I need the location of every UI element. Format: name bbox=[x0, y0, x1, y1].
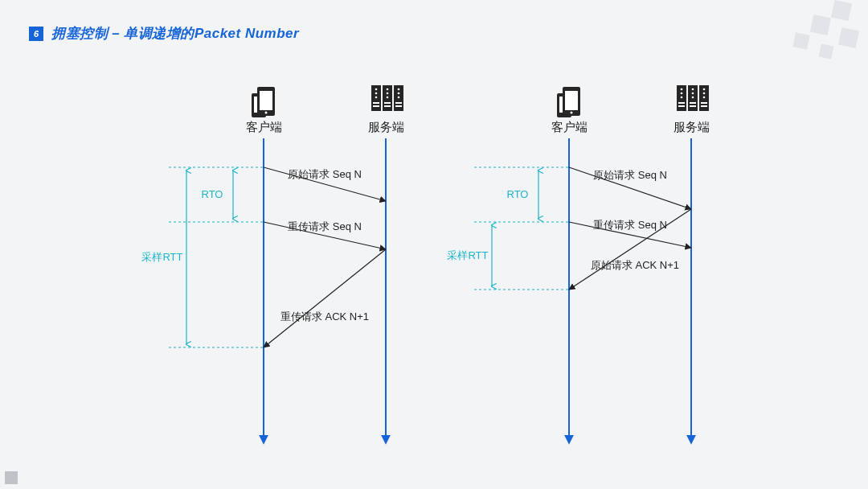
rtt-label: 采样RTT bbox=[141, 251, 182, 263]
left-msg1-label: 原始请求 Seq N bbox=[288, 168, 362, 180]
client-label: 客户端 bbox=[551, 120, 588, 134]
right-msg1-label: 原始请求 Seq N bbox=[593, 169, 667, 181]
diagram-canvas: 客户端 服务端 RTO 采样RTT 原始请求 Seq N 重传请求 Seq N … bbox=[0, 0, 868, 489]
phone-icon bbox=[557, 87, 580, 117]
right-msg2-label: 重传请求 Seq N bbox=[593, 219, 667, 231]
server-label: 服务端 bbox=[674, 120, 710, 134]
server-icon bbox=[677, 85, 709, 111]
server-label: 服务端 bbox=[368, 120, 404, 134]
rto-label: RTO bbox=[507, 188, 529, 200]
phone-icon bbox=[252, 87, 275, 117]
server-icon bbox=[371, 85, 403, 111]
left-msg3-line bbox=[264, 249, 386, 347]
right-diagram: 客户端 服务端 RTO 采样RTT 原始请求 Seq N 重传请求 Seq N … bbox=[447, 85, 709, 441]
left-msg3-label: 重传请求 ACK N+1 bbox=[280, 310, 369, 323]
footer-logo bbox=[5, 471, 18, 484]
left-diagram: 客户端 服务端 RTO 采样RTT 原始请求 Seq N 重传请求 Seq N … bbox=[141, 85, 403, 441]
rtt-label: 采样RTT bbox=[447, 249, 488, 261]
left-msg2-label: 重传请求 Seq N bbox=[288, 220, 362, 232]
right-msg3-label: 原始请求 ACK N+1 bbox=[591, 259, 679, 271]
rto-label: RTO bbox=[202, 188, 223, 200]
client-label: 客户端 bbox=[246, 120, 282, 134]
